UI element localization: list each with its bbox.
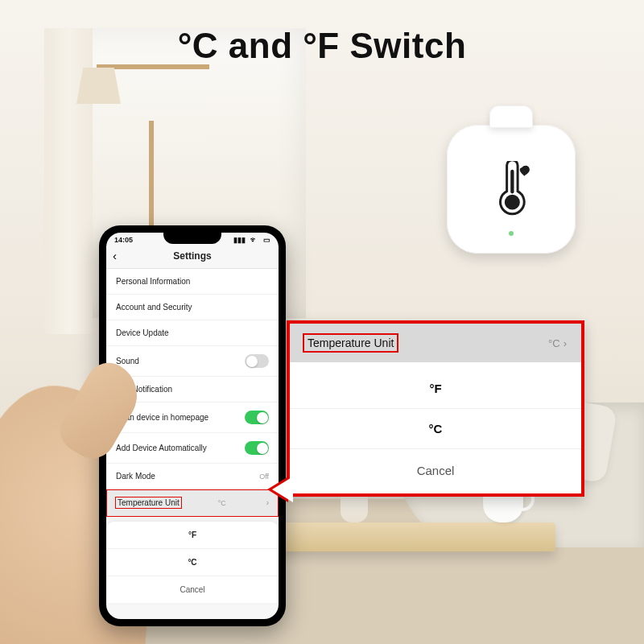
svg-point-1	[505, 195, 520, 210]
callout-header-label: Temperature Unit	[308, 336, 394, 349]
phone-screen: 14:05 ▮▮▮ ᯤ ▭ ‹ Settings Personal Inform…	[106, 233, 279, 619]
callout-tail-fill	[272, 477, 293, 502]
lamp-shade	[76, 68, 121, 104]
svg-rect-0	[510, 170, 514, 194]
settings-navbar: ‹ Settings	[106, 246, 279, 269]
settings-row-label: Temperature Unit	[118, 498, 180, 507]
callout-option-c[interactable]: °C	[290, 409, 581, 449]
settings-row[interactable]: Temperature Unit°C›	[106, 489, 279, 517]
toggle-switch[interactable]	[245, 441, 269, 455]
chevron-right-icon: ›	[564, 337, 567, 349]
callout-header-value: °C	[548, 337, 560, 349]
settings-row[interactable]: Add Device Automatically	[106, 433, 279, 464]
toggle-switch[interactable]	[245, 354, 269, 368]
settings-row-value: °C	[218, 499, 226, 507]
sheet-option-f[interactable]: °F	[106, 522, 279, 549]
toggle-switch[interactable]	[245, 411, 269, 424]
signal-icon: ▮▮▮	[233, 236, 246, 244]
callout-cancel[interactable]: Cancel	[290, 449, 581, 493]
settings-row[interactable]: Account and Security	[106, 295, 279, 320]
status-led	[509, 231, 514, 236]
settings-row-label: Dark Mode	[116, 472, 155, 481]
notch	[163, 233, 221, 244]
settings-row-label: Sound	[116, 357, 139, 365]
marketing-headline: °C and °F Switch	[0, 26, 644, 66]
wifi-icon: ᯤ	[250, 236, 258, 244]
settings-row[interactable]: Dark ModeOff	[106, 464, 279, 489]
settings-row[interactable]: Sound	[106, 346, 279, 377]
callout-bubble: Temperature Unit °C › °F °C Cancel	[287, 320, 584, 497]
settings-row-label: Device Update	[116, 328, 169, 337]
phone-frame: 14:05 ▮▮▮ ᯤ ▭ ‹ Settings Personal Inform…	[99, 225, 286, 626]
settings-row[interactable]: Personal Information	[106, 269, 279, 295]
callout-option-f[interactable]: °F	[290, 369, 581, 409]
settings-row-label: Account and Security	[116, 303, 192, 312]
battery-icon: ▭	[263, 236, 270, 244]
sheet-option-c[interactable]: °C	[106, 549, 279, 576]
thermometer-icon	[489, 161, 534, 217]
status-time: 14:05	[114, 236, 133, 244]
settings-row[interactable]: Device Update	[106, 320, 279, 346]
settings-row-label: Add Device Automatically	[116, 444, 207, 452]
temperature-sensor-device	[447, 125, 576, 254]
back-button[interactable]: ‹	[113, 249, 117, 262]
unit-action-sheet: °F °C Cancel	[106, 522, 279, 603]
settings-row-label: Personal Information	[116, 277, 190, 286]
callout-header-row[interactable]: Temperature Unit °C ›	[290, 324, 581, 362]
navbar-title: Settings	[173, 250, 211, 262]
sheet-cancel[interactable]: Cancel	[106, 576, 279, 603]
